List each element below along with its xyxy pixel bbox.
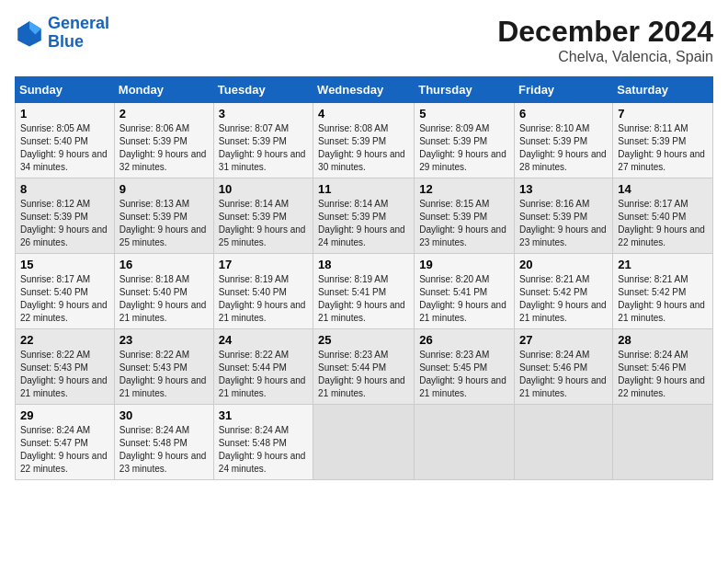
day-cell-9: 9 Sunrise: 8:13 AMSunset: 5:39 PMDayligh…: [114, 178, 213, 254]
location: Chelva, Valencia, Spain: [497, 49, 713, 65]
day-cell-23: 23 Sunrise: 8:22 AMSunset: 5:43 PMDaylig…: [114, 329, 213, 405]
day-cell-13: 13 Sunrise: 8:16 AMSunset: 5:39 PMDaylig…: [515, 178, 613, 254]
header-row: Sunday Monday Tuesday Wednesday Thursday…: [16, 77, 713, 103]
day-cell-30: 30 Sunrise: 8:24 AMSunset: 5:48 PMDaylig…: [114, 405, 213, 480]
logo-icon: [15, 18, 44, 48]
col-thursday: Thursday: [415, 77, 515, 103]
empty-cell: [515, 405, 613, 480]
day-cell-1: 1 Sunrise: 8:05 AMSunset: 5:40 PMDayligh…: [16, 103, 115, 178]
calendar-table: Sunday Monday Tuesday Wednesday Thursday…: [15, 76, 713, 480]
day-cell-26: 26 Sunrise: 8:23 AMSunset: 5:45 PMDaylig…: [415, 329, 515, 405]
logo: General Blue: [15, 15, 109, 52]
day-cell-4: 4 Sunrise: 8:08 AMSunset: 5:39 PMDayligh…: [313, 103, 415, 178]
day-cell-25: 25 Sunrise: 8:23 AMSunset: 5:44 PMDaylig…: [313, 329, 415, 405]
col-wednesday: Wednesday: [313, 77, 415, 103]
day-cell-8: 8 Sunrise: 8:12 AMSunset: 5:39 PMDayligh…: [16, 178, 115, 254]
day-cell-29: 29 Sunrise: 8:24 AMSunset: 5:47 PMDaylig…: [16, 405, 115, 480]
logo-text: General Blue: [48, 15, 109, 52]
title-block: December 2024 Chelva, Valencia, Spain: [497, 15, 713, 65]
day-cell-20: 20 Sunrise: 8:21 AMSunset: 5:42 PMDaylig…: [515, 254, 613, 329]
day-cell-6: 6 Sunrise: 8:10 AMSunset: 5:39 PMDayligh…: [515, 103, 613, 178]
col-sunday: Sunday: [16, 77, 115, 103]
day-cell-7: 7 Sunrise: 8:11 AMSunset: 5:39 PMDayligh…: [613, 103, 713, 178]
day-cell-28: 28 Sunrise: 8:24 AMSunset: 5:46 PMDaylig…: [613, 329, 713, 405]
day-cell-22: 22 Sunrise: 8:22 AMSunset: 5:43 PMDaylig…: [16, 329, 115, 405]
col-tuesday: Tuesday: [213, 77, 313, 103]
day-cell-21: 21 Sunrise: 8:21 AMSunset: 5:42 PMDaylig…: [613, 254, 713, 329]
empty-cell: [613, 405, 713, 480]
col-monday: Monday: [114, 77, 213, 103]
day-cell-3: 3 Sunrise: 8:07 AMSunset: 5:39 PMDayligh…: [213, 103, 313, 178]
col-friday: Friday: [515, 77, 613, 103]
day-cell-15: 15 Sunrise: 8:17 AMSunset: 5:40 PMDaylig…: [16, 254, 115, 329]
day-cell-11: 11 Sunrise: 8:14 AMSunset: 5:39 PMDaylig…: [313, 178, 415, 254]
day-cell-31: 31 Sunrise: 8:24 AMSunset: 5:48 PMDaylig…: [213, 405, 313, 480]
day-cell-10: 10 Sunrise: 8:14 AMSunset: 5:39 PMDaylig…: [213, 178, 313, 254]
day-cell-5: 5 Sunrise: 8:09 AMSunset: 5:39 PMDayligh…: [415, 103, 515, 178]
empty-cell: [415, 405, 515, 480]
day-cell-19: 19 Sunrise: 8:20 AMSunset: 5:41 PMDaylig…: [415, 254, 515, 329]
day-cell-12: 12 Sunrise: 8:15 AMSunset: 5:39 PMDaylig…: [415, 178, 515, 254]
day-cell-16: 16 Sunrise: 8:18 AMSunset: 5:40 PMDaylig…: [114, 254, 213, 329]
day-cell-17: 17 Sunrise: 8:19 AMSunset: 5:40 PMDaylig…: [213, 254, 313, 329]
empty-cell: [313, 405, 415, 480]
calendar-week-1: 1 Sunrise: 8:05 AMSunset: 5:40 PMDayligh…: [16, 103, 713, 178]
calendar-week-5: 29 Sunrise: 8:24 AMSunset: 5:47 PMDaylig…: [16, 405, 713, 480]
calendar-week-2: 8 Sunrise: 8:12 AMSunset: 5:39 PMDayligh…: [16, 178, 713, 254]
page-header: General Blue December 2024 Chelva, Valen…: [15, 15, 713, 65]
day-cell-27: 27 Sunrise: 8:24 AMSunset: 5:46 PMDaylig…: [515, 329, 613, 405]
day-cell-2: 2 Sunrise: 8:06 AMSunset: 5:39 PMDayligh…: [114, 103, 213, 178]
calendar-week-3: 15 Sunrise: 8:17 AMSunset: 5:40 PMDaylig…: [16, 254, 713, 329]
month-title: December 2024: [497, 15, 713, 49]
calendar-week-4: 22 Sunrise: 8:22 AMSunset: 5:43 PMDaylig…: [16, 329, 713, 405]
col-saturday: Saturday: [613, 77, 713, 103]
day-cell-18: 18 Sunrise: 8:19 AMSunset: 5:41 PMDaylig…: [313, 254, 415, 329]
day-cell-14: 14 Sunrise: 8:17 AMSunset: 5:40 PMDaylig…: [613, 178, 713, 254]
day-cell-24: 24 Sunrise: 8:22 AMSunset: 5:44 PMDaylig…: [213, 329, 313, 405]
